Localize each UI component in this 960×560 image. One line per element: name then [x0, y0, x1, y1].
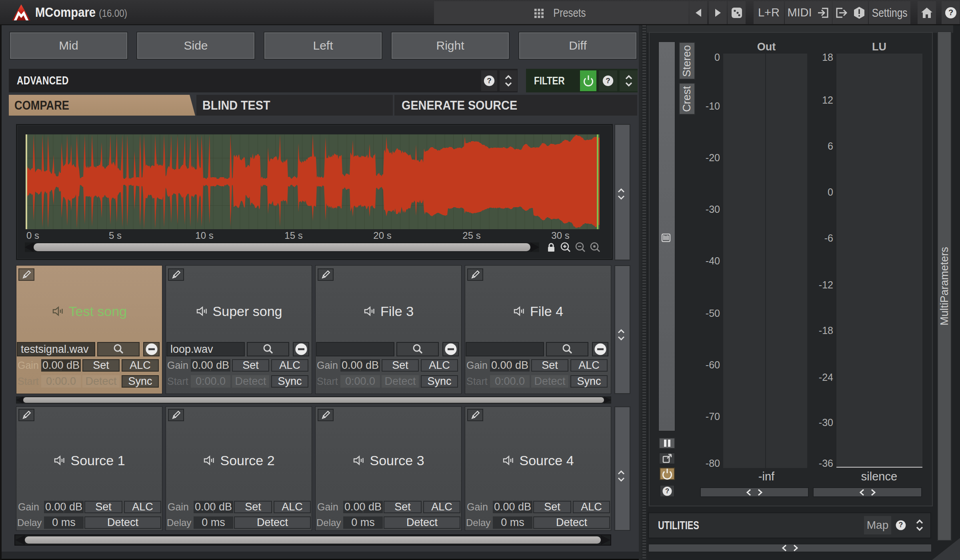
svg-text:?: ? — [899, 521, 903, 529]
svg-text:?: ? — [606, 76, 610, 85]
svg-text:?: ? — [948, 8, 953, 17]
svg-text:?: ? — [487, 76, 492, 85]
svg-text:?: ? — [665, 487, 669, 494]
